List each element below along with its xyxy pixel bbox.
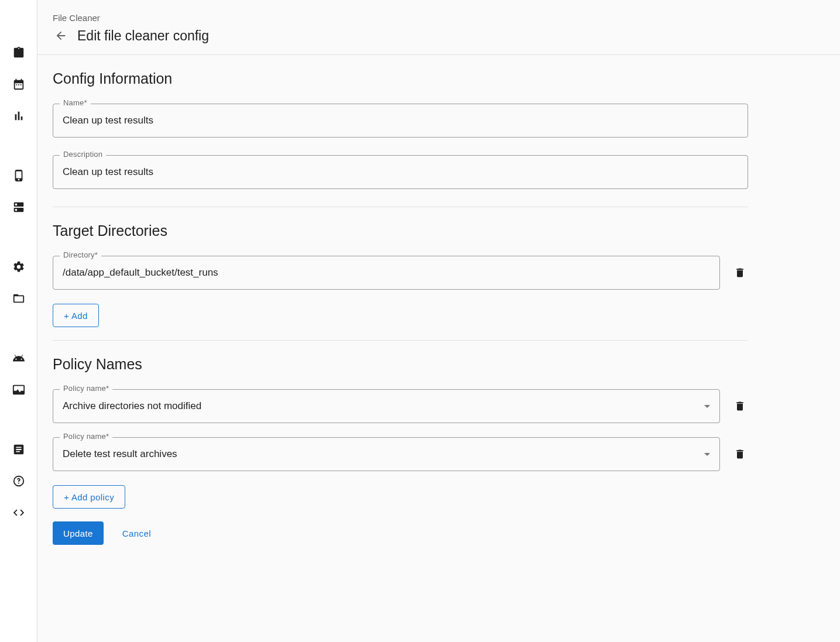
- clipboard-icon[interactable]: [7, 41, 30, 64]
- section-config-info-title: Config Information: [53, 70, 748, 87]
- policy-select[interactable]: Archive directories not modified: [53, 389, 720, 423]
- cancel-button[interactable]: Cancel: [112, 521, 162, 545]
- name-input[interactable]: [53, 104, 748, 138]
- policy-label: Policy name*: [60, 384, 112, 393]
- form-actions: Update Cancel: [53, 521, 748, 545]
- policy-select-value: Delete test result archives: [63, 448, 177, 460]
- directory-field: Directory*: [53, 256, 720, 290]
- phone-icon[interactable]: [7, 164, 30, 187]
- dns-icon[interactable]: [7, 195, 30, 219]
- back-arrow-icon[interactable]: [53, 28, 69, 44]
- add-policy-button[interactable]: + Add policy: [53, 485, 125, 509]
- directory-label: Directory*: [60, 250, 101, 259]
- policy-field: Policy name* Archive directories not mod…: [53, 389, 720, 423]
- delete-directory-icon[interactable]: [732, 265, 748, 281]
- delete-policy-icon[interactable]: [732, 446, 748, 462]
- bar-chart-icon[interactable]: [7, 104, 30, 128]
- calendar-icon[interactable]: [7, 73, 30, 96]
- breadcrumb: File Cleaner: [53, 13, 825, 23]
- policy-row: Policy name* Delete test result archives: [53, 437, 748, 471]
- sidebar: [0, 0, 37, 642]
- help-icon[interactable]: [7, 469, 30, 493]
- description-field: Description: [53, 155, 748, 189]
- delete-policy-icon[interactable]: [732, 398, 748, 414]
- policy-select[interactable]: Delete test result archives: [53, 437, 720, 471]
- directory-input[interactable]: [53, 256, 720, 290]
- monitor-heart-icon[interactable]: [7, 378, 30, 401]
- main-content: File Cleaner Edit file cleaner config Co…: [37, 0, 840, 642]
- policy-row: Policy name* Archive directories not mod…: [53, 389, 748, 423]
- update-button[interactable]: Update: [53, 521, 104, 545]
- divider: [53, 207, 748, 207]
- chevron-down-icon: [704, 405, 710, 408]
- note-icon[interactable]: [7, 438, 30, 461]
- name-field: Name*: [53, 104, 748, 138]
- gear-icon[interactable]: [7, 255, 30, 279]
- android-icon[interactable]: [7, 346, 30, 370]
- description-label: Description: [60, 150, 106, 159]
- description-input[interactable]: [53, 155, 748, 189]
- page-title: Edit file cleaner config: [77, 28, 209, 44]
- page-header: File Cleaner Edit file cleaner config: [37, 0, 840, 55]
- policy-field: Policy name* Delete test result archives: [53, 437, 720, 471]
- name-label: Name*: [60, 98, 91, 107]
- code-icon[interactable]: [7, 501, 30, 524]
- directory-row: Directory*: [53, 256, 748, 290]
- chevron-down-icon: [704, 453, 710, 456]
- divider: [53, 340, 748, 341]
- section-target-dirs-title: Target Directories: [53, 222, 748, 239]
- add-directory-button[interactable]: + Add: [53, 304, 99, 327]
- policy-label: Policy name*: [60, 432, 112, 441]
- section-policy-names-title: Policy Names: [53, 356, 748, 373]
- folder-icon[interactable]: [7, 287, 30, 310]
- policy-select-value: Archive directories not modified: [63, 400, 201, 412]
